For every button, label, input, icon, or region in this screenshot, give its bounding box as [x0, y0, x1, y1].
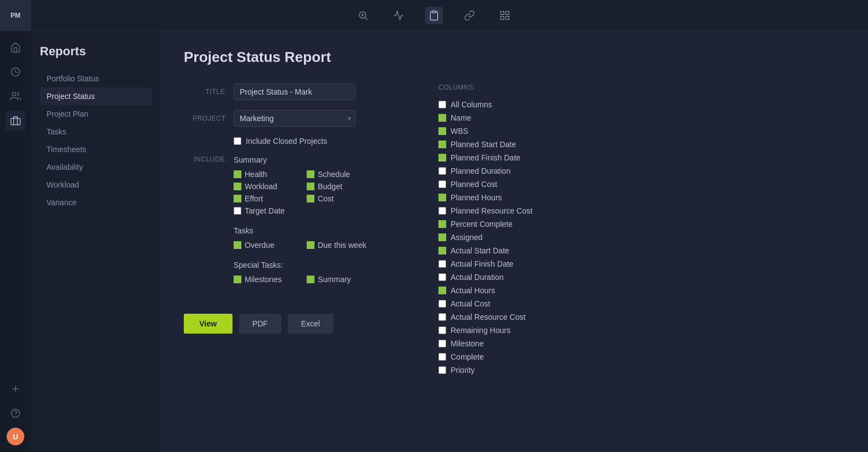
top-toolbar: PM — [0, 0, 868, 31]
budget-checkbox[interactable] — [307, 183, 314, 190]
remaining-hours-checkbox[interactable] — [438, 326, 446, 334]
tasks-title: Tasks — [234, 226, 366, 235]
target-date-checkbox[interactable] — [234, 207, 241, 215]
column-actual-hours: Actual Hours — [438, 284, 611, 297]
assigned-checkbox[interactable] — [438, 233, 446, 241]
briefcase-icon[interactable] — [6, 111, 25, 131]
column-wbs: WBS — [438, 124, 611, 138]
special-tasks-title: Special Tasks: — [234, 261, 366, 269]
svg-rect-1 — [432, 11, 436, 12]
sidebar-item-timesheets[interactable]: Timesheets — [40, 141, 152, 158]
users-icon[interactable] — [6, 86, 25, 106]
column-planned-finish-date: Planned Finish Date — [438, 151, 611, 164]
sidebar-item-project-status[interactable]: Project Status — [40, 87, 152, 105]
project-select-wrapper: Marketing Development Design Sales ▾ — [234, 110, 355, 127]
wbs-checkbox[interactable] — [438, 127, 446, 135]
planned-start-date-checkbox[interactable] — [438, 141, 446, 148]
summary-checkbox[interactable] — [307, 276, 314, 283]
excel-button[interactable]: Excel — [288, 314, 333, 334]
all-columns-checkbox[interactable] — [438, 101, 446, 108]
pdf-button[interactable]: PDF — [239, 314, 281, 334]
sidebar-item-variance[interactable]: Variance — [40, 194, 152, 211]
title-input[interactable] — [234, 84, 355, 100]
project-label: PROJECT: — [184, 110, 234, 122]
column-planned-resource-cost: Planned Resource Cost — [438, 204, 611, 217]
column-actual-finish-date: Actual Finish Date — [438, 257, 611, 271]
summary-label: Summary — [318, 275, 351, 284]
include-overdue: Overdue — [234, 241, 293, 250]
actual-duration-checkbox[interactable] — [438, 273, 446, 281]
search-zoom-icon[interactable] — [354, 7, 372, 24]
logo-button[interactable]: PM — [0, 0, 31, 31]
sidebar-item-portfolio-status[interactable]: Portfolio Status — [40, 70, 152, 87]
complete-checkbox[interactable] — [438, 353, 446, 361]
actual-cost-checkbox[interactable] — [438, 300, 446, 308]
health-checkbox[interactable] — [234, 170, 241, 178]
milestones-checkbox[interactable] — [234, 276, 241, 283]
include-budget: Budget — [307, 182, 366, 191]
link-icon[interactable] — [461, 7, 478, 24]
sidebar-item-tasks[interactable]: Tasks — [40, 123, 152, 141]
summary-grid: Health Schedule Workload Budget — [234, 170, 366, 215]
all-columns-label: All Columns — [451, 100, 492, 109]
include-closed-row: Include Closed Projects — [234, 137, 394, 146]
effort-checkbox[interactable] — [234, 195, 241, 202]
sidebar-item-availability[interactable]: Availability — [40, 158, 152, 176]
layout-icon[interactable] — [496, 7, 514, 24]
project-select[interactable]: Marketing Development Design Sales — [234, 110, 355, 127]
planned-resource-cost-label: Planned Resource Cost — [451, 206, 533, 215]
view-button[interactable]: View — [184, 314, 232, 334]
avatar[interactable]: U — [7, 428, 24, 445]
assigned-label: Assigned — [451, 233, 483, 242]
actual-start-date-checkbox[interactable] — [438, 247, 446, 254]
health-label: Health — [245, 170, 267, 179]
planned-duration-checkbox[interactable] — [438, 167, 446, 175]
budget-label: Budget — [318, 182, 342, 191]
schedule-checkbox[interactable] — [307, 170, 314, 178]
include-health: Health — [234, 170, 293, 179]
percent-complete-label: Percent Complete — [451, 220, 513, 228]
actual-resource-cost-checkbox[interactable] — [438, 313, 446, 321]
planned-hours-checkbox[interactable] — [438, 194, 446, 201]
priority-checkbox[interactable] — [438, 366, 446, 374]
due-this-week-checkbox[interactable] — [307, 241, 314, 249]
workload-checkbox[interactable] — [234, 183, 241, 190]
sidebar-item-workload[interactable]: Workload — [40, 176, 152, 194]
actual-hours-checkbox[interactable] — [438, 287, 446, 294]
include-section: INCLUDE: Summary Health Schedule — [184, 155, 394, 292]
form-left: TITLE: PROJECT: Marketing Development De… — [184, 84, 394, 377]
plus-icon[interactable] — [6, 379, 25, 399]
actual-finish-date-checkbox[interactable] — [438, 260, 446, 268]
home-icon[interactable] — [6, 38, 25, 58]
clipboard-icon[interactable] — [425, 7, 443, 24]
chart-icon[interactable] — [390, 7, 407, 24]
clock-icon[interactable] — [6, 62, 25, 82]
complete-label: Complete — [451, 352, 484, 361]
workload-label: Workload — [245, 182, 277, 191]
column-actual-duration: Actual Duration — [438, 271, 611, 284]
overdue-label: Overdue — [245, 241, 275, 250]
overdue-checkbox[interactable] — [234, 241, 241, 249]
columns-panel: COLUMNS: All Columns Name WBS — [438, 84, 616, 377]
milestone-label: Milestone — [451, 339, 484, 348]
sidebar-item-project-plan[interactable]: Project Plan — [40, 105, 152, 123]
name-checkbox[interactable] — [438, 114, 446, 122]
cost-checkbox[interactable] — [307, 195, 314, 202]
actual-finish-date-label: Actual Finish Date — [451, 259, 514, 268]
actual-hours-label: Actual Hours — [451, 286, 495, 295]
effort-label: Effort — [245, 194, 263, 203]
planned-cost-checkbox[interactable] — [438, 180, 446, 188]
help-icon[interactable] — [6, 403, 25, 423]
include-closed-checkbox[interactable] — [234, 137, 241, 145]
planned-resource-cost-checkbox[interactable] — [438, 207, 446, 215]
svg-point-11 — [12, 409, 20, 418]
column-actual-start-date: Actual Start Date — [438, 244, 611, 257]
include-cost: Cost — [307, 194, 366, 203]
planned-finish-date-checkbox[interactable] — [438, 154, 446, 162]
column-planned-duration: Planned Duration — [438, 164, 611, 178]
milestone-checkbox[interactable] — [438, 340, 446, 347]
column-milestone: Milestone — [438, 337, 611, 350]
column-percent-complete: Percent Complete — [438, 217, 611, 231]
percent-complete-checkbox[interactable] — [438, 220, 446, 228]
svg-rect-5 — [506, 16, 509, 19]
